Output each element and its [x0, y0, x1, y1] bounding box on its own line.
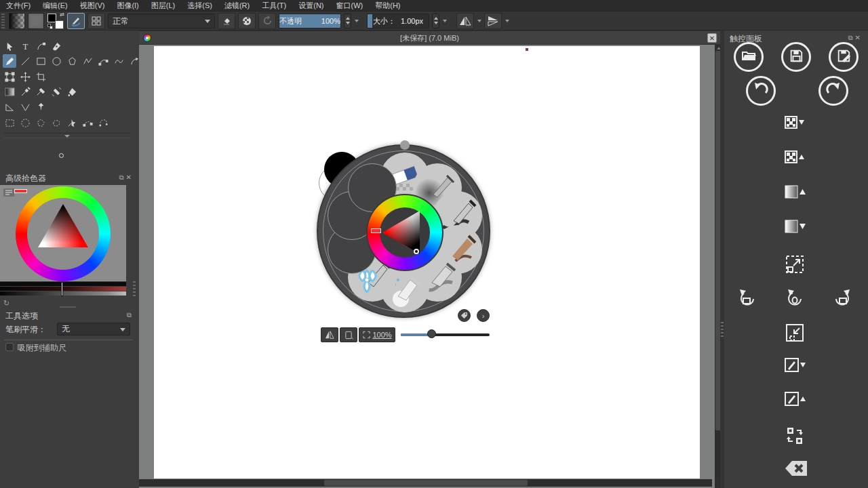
menu-item-1[interactable]: 编辑(E): [37, 0, 74, 12]
tool-crop[interactable]: [34, 70, 47, 83]
clear-button[interactable]: [785, 460, 808, 480]
swap-colors-icon[interactable]: ⇄: [60, 12, 64, 18]
preserve-alpha-button[interactable]: [238, 13, 256, 29]
document-titlebar[interactable]: [未保存] (7.0 MiB): [139, 31, 720, 45]
select-polygonal[interactable]: [34, 116, 47, 129]
selector-settings-icon[interactable]: [3, 188, 14, 197]
panel-resize-grip[interactable]: [133, 281, 136, 296]
shade-bar-3[interactable]: [0, 291, 126, 296]
zoom-out-button[interactable]: [785, 323, 805, 346]
tool-calligraphy[interactable]: [50, 39, 63, 53]
rotate-ccw-button[interactable]: [737, 288, 757, 310]
opacity-options-arrow[interactable]: [355, 20, 359, 22]
select-bezier[interactable]: [81, 116, 94, 129]
size-spinner[interactable]: [432, 14, 439, 28]
menu-item-9[interactable]: 窗口(W): [330, 0, 370, 12]
sv-triangle[interactable]: [29, 200, 97, 268]
zoom-100-button[interactable]: 100%: [359, 327, 395, 342]
pattern-chooser-button[interactable]: [28, 13, 44, 29]
undo-button[interactable]: [746, 76, 776, 106]
open-button[interactable]: [734, 42, 764, 72]
hue-marker[interactable]: [14, 189, 27, 193]
tool-edit-shapes[interactable]: [34, 39, 47, 53]
choose-brush-preset-button[interactable]: [87, 13, 105, 29]
select-magnetic[interactable]: [96, 116, 110, 129]
size-options-arrow[interactable]: [443, 20, 447, 22]
tool-move[interactable]: [18, 70, 32, 83]
close-document-button[interactable]: ✕: [707, 33, 717, 43]
tool-measure[interactable]: [18, 100, 32, 114]
palette-hue-marker[interactable]: [371, 228, 381, 233]
tool-line[interactable]: [18, 54, 32, 68]
vmirror-options-arrow[interactable]: [505, 20, 509, 22]
reset-rotation-button[interactable]: [340, 327, 357, 342]
canvas-viewport[interactable]: › 100%: [139, 45, 715, 488]
zoom-in-button[interactable]: [785, 254, 805, 277]
tool-select-shapes[interactable]: [3, 39, 16, 53]
tool-transform[interactable]: [3, 70, 16, 83]
menu-item-3[interactable]: 图像(I): [111, 0, 144, 12]
panel-splitter[interactable]: [60, 306, 76, 308]
increase-brush-size-button[interactable]: [785, 391, 806, 410]
menu-item-7[interactable]: 工具(T): [256, 0, 292, 12]
tool-gradient[interactable]: [3, 85, 16, 98]
increase-opacity-button[interactable]: [785, 150, 805, 167]
tool-color-sampler[interactable]: [18, 85, 32, 98]
palette-sv-triangle[interactable]: [380, 207, 430, 258]
tool-smart-patch[interactable]: [50, 85, 63, 98]
tool-freehand-path[interactable]: [112, 54, 125, 68]
snap-assistants-checkbox[interactable]: [5, 343, 14, 351]
horizontal-scrollbar-thumb[interactable]: [324, 480, 528, 486]
sv-marker[interactable]: [59, 153, 64, 158]
tool-ellipse[interactable]: [50, 54, 63, 68]
tool-fill[interactable]: [65, 85, 79, 98]
select-elliptical[interactable]: [18, 116, 32, 129]
shade-bar-1[interactable]: [0, 282, 126, 286]
vertical-mirror-button[interactable]: [484, 13, 502, 29]
palette-tag-button[interactable]: [458, 309, 471, 322]
tool-options-header[interactable]: 工具选项 ⧉: [0, 309, 139, 321]
decrease-brush-size-button[interactable]: [785, 357, 806, 376]
reload-preset-button[interactable]: [258, 13, 276, 29]
palette-next-button[interactable]: ›: [477, 309, 490, 322]
menu-item-8[interactable]: 设置(N): [292, 0, 330, 12]
save-as-button[interactable]: [829, 42, 859, 72]
swap-colors-button[interactable]: [785, 426, 805, 449]
rotate-cw-button[interactable]: [832, 288, 852, 310]
opacity-spinner[interactable]: [344, 14, 351, 28]
float-icon[interactable]: ⧉✕: [848, 34, 863, 42]
decrease-opacity-button[interactable]: [785, 115, 805, 133]
zoom-slider-handle[interactable]: [427, 329, 436, 338]
tool-polygon[interactable]: [65, 54, 79, 68]
tool-text[interactable]: T: [18, 39, 32, 53]
menu-item-5[interactable]: 选择(S): [181, 0, 218, 12]
horizontal-mirror-button[interactable]: [456, 13, 474, 29]
color-selector-header[interactable]: 高级拾色器 ⧉✕: [0, 171, 139, 184]
refresh-icon[interactable]: ↻: [3, 299, 9, 308]
mirror-view-button[interactable]: [321, 327, 338, 342]
menu-item-4[interactable]: 图层(L): [145, 0, 181, 12]
menu-item-0[interactable]: 文件(F): [0, 0, 37, 12]
save-button[interactable]: [781, 42, 811, 72]
tool-polyline[interactable]: [81, 54, 94, 68]
palette-rotation-handle[interactable]: [400, 140, 410, 150]
tool-rectangle[interactable]: [34, 54, 47, 68]
foreground-background-colors[interactable]: ⇄: [47, 12, 64, 30]
edit-brush-settings-button[interactable]: [67, 13, 85, 29]
size-slider[interactable]: 大小： 1.00px: [367, 14, 429, 28]
tool-reference-images[interactable]: [34, 100, 47, 114]
select-similar-color[interactable]: [65, 116, 79, 129]
menu-item-10[interactable]: 帮助(H): [369, 0, 406, 12]
float-icon[interactable]: ⧉: [127, 311, 134, 319]
palette-sv-marker[interactable]: [414, 249, 419, 254]
popup-palette[interactable]: [317, 144, 490, 318]
float-icon[interactable]: ⧉✕: [119, 174, 134, 182]
color-wheel-widget[interactable]: [0, 185, 126, 281]
menu-item-2[interactable]: 视图(V): [74, 0, 111, 12]
shade-bar-2[interactable]: [0, 287, 126, 291]
reset-rotation-button[interactable]: [785, 288, 805, 310]
select-freehand[interactable]: [50, 116, 63, 129]
eraser-mode-button[interactable]: [218, 13, 235, 29]
horizontal-scrollbar[interactable]: [139, 479, 712, 487]
menu-item-6[interactable]: 滤镜(R): [218, 0, 256, 12]
